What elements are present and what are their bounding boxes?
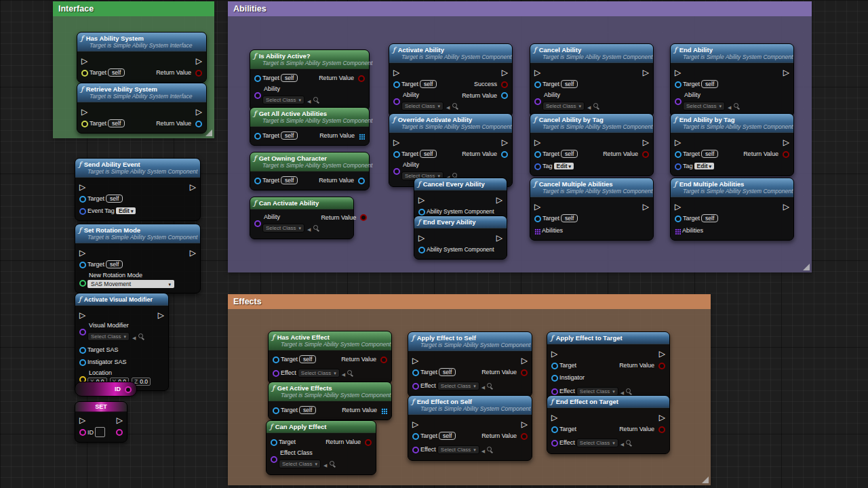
return-value-pin[interactable] <box>521 433 528 440</box>
target-pin[interactable] <box>79 196 86 203</box>
select-class-dropdown[interactable]: Select Class <box>542 102 585 110</box>
tag-edit-button[interactable]: Edit <box>694 163 715 169</box>
new-rotation-mode-pin[interactable] <box>79 280 86 287</box>
search-icon[interactable] <box>313 97 319 103</box>
exec-out-pin[interactable] <box>783 68 789 76</box>
use-selected-icon[interactable] <box>481 443 485 455</box>
exec-out-pin[interactable] <box>521 420 528 428</box>
search-icon[interactable] <box>313 225 319 231</box>
select-class-dropdown[interactable]: Select Class <box>576 387 618 396</box>
exec-in-pin[interactable] <box>675 138 681 146</box>
select-class-dropdown[interactable]: Select Class <box>262 224 304 232</box>
exec-in-pin[interactable] <box>551 350 557 357</box>
node-activate-ability[interactable]: ƒActivate Ability Target is Simple Abili… <box>389 43 513 117</box>
return-value-pin[interactable] <box>358 178 365 184</box>
node-cancel-multiple-abilities[interactable]: ƒCancel Multiple Abilities Target is Sim… <box>530 178 654 241</box>
exec-out-pin[interactable] <box>659 413 665 421</box>
comment-header[interactable]: Interface <box>53 1 214 16</box>
return-value-pin[interactable] <box>380 357 387 363</box>
exec-in-pin[interactable] <box>81 57 87 64</box>
use-selected-icon[interactable] <box>620 436 624 449</box>
node-get-active-effects[interactable]: ƒGet Active Effects Target is Simple Abi… <box>268 382 392 420</box>
search-icon[interactable] <box>626 440 632 446</box>
search-icon[interactable] <box>734 103 740 109</box>
node-cancel-ability-by-tag[interactable]: ƒCancel Ability by Tag Target is Simple … <box>530 113 654 176</box>
target-pin[interactable] <box>534 81 541 88</box>
select-class-dropdown[interactable]: Select Class <box>576 439 618 447</box>
target-pin[interactable] <box>81 121 88 127</box>
return-value-pin[interactable] <box>642 151 649 158</box>
target-pin[interactable] <box>254 133 261 140</box>
effect-class-pin[interactable] <box>273 370 279 377</box>
exec-out-pin[interactable] <box>783 203 789 210</box>
select-class-dropdown[interactable]: Select Class <box>683 102 725 110</box>
id-value-field[interactable] <box>95 427 105 437</box>
target-pin[interactable] <box>81 70 88 77</box>
effect-class-pin[interactable] <box>412 383 419 390</box>
effect-class-pin[interactable] <box>551 388 558 395</box>
node-set-id[interactable]: SET ID <box>75 401 127 443</box>
id-output-pin[interactable] <box>116 429 123 436</box>
node-can-activate-ability[interactable]: ƒCan Activate Ability Ability Select Cla… <box>250 197 354 239</box>
return-value-pin[interactable] <box>195 70 202 77</box>
select-class-dropdown[interactable]: Select Class <box>298 369 340 378</box>
instigator-pin[interactable] <box>551 375 558 382</box>
exec-in-pin[interactable] <box>534 68 540 76</box>
exec-in-pin[interactable] <box>79 183 85 190</box>
exec-out-pin[interactable] <box>158 311 164 319</box>
select-class-dropdown[interactable]: Select Class <box>401 102 443 110</box>
target-pin[interactable] <box>254 75 261 82</box>
exec-out-pin[interactable] <box>643 203 649 210</box>
tag-edit-button[interactable]: Edit <box>554 163 574 169</box>
exec-out-pin[interactable] <box>502 138 508 146</box>
target-pin[interactable] <box>79 262 86 268</box>
return-value-pin[interactable] <box>501 151 508 158</box>
target-pin[interactable] <box>551 426 558 433</box>
success-pin[interactable] <box>501 81 508 88</box>
return-value-array-pin[interactable] <box>359 134 365 140</box>
node-get-all-active-abilities[interactable]: ƒGet All Active Abilities Target is Simp… <box>250 107 370 146</box>
instigator-sas-pin[interactable] <box>79 359 86 366</box>
return-value-pin[interactable] <box>658 363 665 369</box>
target-pin[interactable] <box>534 151 541 158</box>
exec-out-pin[interactable] <box>190 249 196 256</box>
exec-in-pin[interactable] <box>393 138 399 146</box>
return-value-pin[interactable] <box>360 214 367 221</box>
exec-out-pin[interactable] <box>502 68 508 76</box>
tag-edit-button[interactable]: Edit <box>116 207 136 214</box>
effect-class-pin[interactable] <box>412 447 419 453</box>
event-tag-pin[interactable] <box>79 208 86 215</box>
exec-out-pin[interactable] <box>196 57 202 64</box>
exec-in-pin[interactable] <box>79 311 85 319</box>
node-can-apply-effect[interactable]: ƒCan Apply Effect Target Return Value Ef… <box>266 420 376 475</box>
search-icon[interactable] <box>347 370 353 376</box>
use-selected-icon[interactable] <box>342 367 345 379</box>
target-pin[interactable] <box>675 151 682 158</box>
node-end-every-ability[interactable]: ƒEnd Every Ability Ability System Compon… <box>414 216 507 260</box>
select-class-dropdown[interactable]: Select Class <box>87 332 130 341</box>
visual-modifier-pin[interactable] <box>79 329 86 336</box>
target-pin[interactable] <box>393 151 400 158</box>
return-value-pin[interactable] <box>521 369 528 376</box>
abilities-array-pin[interactable] <box>675 228 681 235</box>
use-selected-icon[interactable] <box>323 458 327 470</box>
target-pin[interactable] <box>393 81 400 88</box>
search-icon[interactable] <box>487 447 493 453</box>
comment-header[interactable]: Abilities <box>228 1 812 16</box>
use-selected-icon[interactable] <box>481 380 485 392</box>
node-end-effect-on-self[interactable]: ƒEnd Effect on Self Target is Simple Abi… <box>408 395 532 461</box>
target-pin[interactable] <box>534 216 541 222</box>
target-pin[interactable] <box>675 81 682 88</box>
return-value-pin[interactable] <box>358 75 365 82</box>
rotation-mode-dropdown[interactable]: SAS Movement <box>87 280 174 288</box>
search-icon[interactable] <box>593 103 599 109</box>
node-apply-effect-to-self[interactable]: ƒApply Effect to Self Target is Simple A… <box>408 331 532 397</box>
exec-in-pin[interactable] <box>418 234 425 241</box>
return-value-array-pin[interactable] <box>381 408 387 414</box>
ability-class-pin[interactable] <box>534 98 541 105</box>
resize-handle[interactable] <box>803 264 810 270</box>
ability-class-pin[interactable] <box>393 98 400 105</box>
node-has-ability-system[interactable]: ƒHas Ability System Target is Simple Abi… <box>77 32 207 83</box>
node-retrieve-ability-system[interactable]: ƒRetrieve Ability System Target is Simpl… <box>77 83 207 134</box>
target-pin[interactable] <box>551 363 558 369</box>
